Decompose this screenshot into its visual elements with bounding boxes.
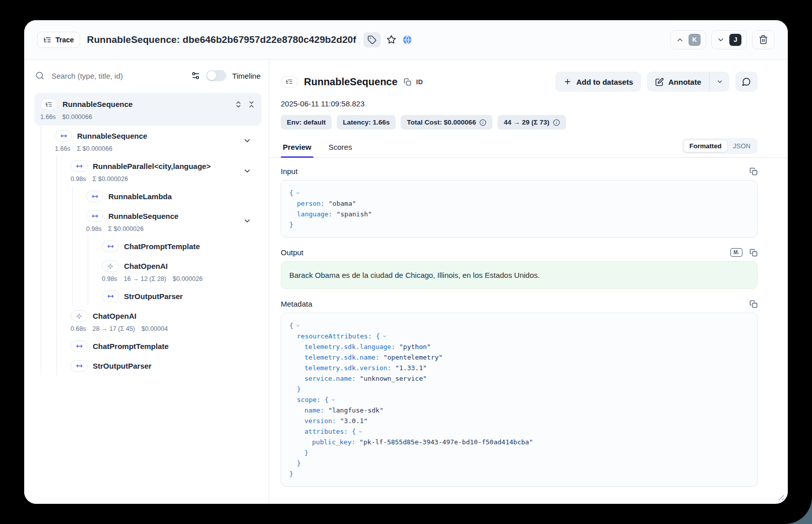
output-section-label: Output bbox=[281, 248, 303, 257]
tree-item-runnable-sequence[interactable]: RunnableSequence 1.66sΣ $0.000066 bbox=[50, 126, 262, 156]
filter-settings-icon[interactable] bbox=[191, 71, 200, 80]
bookmark-star-button[interactable] bbox=[387, 35, 396, 44]
public-share-button[interactable] bbox=[402, 35, 412, 45]
span-icon bbox=[71, 360, 88, 372]
trace-detail-panel: RunnableSequence ID Add to datasets bbox=[269, 60, 788, 504]
tree-item-chat-openai-outer[interactable]: ChatOpenAI 0.68s28 → 17 (Σ 45)$0.00004 bbox=[66, 306, 262, 336]
app-header: Trace RunnableSequence: dbe646b2b67957d2… bbox=[24, 20, 788, 60]
delete-trace-button[interactable] bbox=[752, 30, 775, 49]
span-icon bbox=[55, 130, 72, 142]
tab-scores[interactable]: Scores bbox=[327, 139, 354, 157]
root-duration: 1.66s bbox=[40, 113, 56, 121]
tag-icon bbox=[367, 35, 377, 44]
tree-item-chat-prompt-template-outer[interactable]: ChatPromptTemplate bbox=[66, 336, 262, 356]
avatar-k: K bbox=[689, 34, 701, 46]
star-icon bbox=[387, 35, 396, 44]
markdown-toggle-icon[interactable]: M↓ bbox=[730, 248, 742, 257]
collapse-chevron-icon[interactable] bbox=[295, 191, 300, 196]
observation-sidebar: Timeline RunnableSequence bbox=[24, 60, 269, 504]
tree-level-2: RunnableParallel<city,language> 0.98sΣ $… bbox=[56, 156, 262, 375]
env-badge: Env: default bbox=[281, 115, 332, 130]
tree-root-runnable-sequence[interactable]: RunnableSequence 1.66s $0.000066 bbox=[34, 93, 262, 126]
tree-item-str-output-parser[interactable]: StrOutputParser bbox=[97, 286, 262, 306]
list-tree-icon bbox=[43, 36, 51, 44]
copy-input-icon[interactable] bbox=[749, 167, 758, 176]
trace-type-badge: Trace bbox=[37, 32, 80, 48]
add-to-datasets-button[interactable]: Add to datasets bbox=[555, 72, 641, 92]
annotate-split-button: Annotate bbox=[647, 72, 729, 92]
tag-button[interactable] bbox=[363, 32, 381, 47]
metadata-section-label: Metadata bbox=[281, 300, 313, 308]
collapse-chevron-icon[interactable] bbox=[358, 429, 363, 434]
globe-icon bbox=[402, 35, 412, 45]
info-icon bbox=[553, 119, 560, 126]
span-icon bbox=[71, 160, 88, 172]
trash-icon bbox=[759, 35, 768, 44]
span-icon bbox=[102, 290, 119, 302]
trace-badge-label: Trace bbox=[55, 36, 74, 44]
token-usage-badge[interactable]: 44 → 29 (Σ 73) bbox=[497, 115, 566, 130]
avatar-j: J bbox=[729, 34, 741, 46]
tabs-row: Preview Scores Formatted JSON bbox=[269, 138, 788, 158]
input-json-viewer: { person:"obama" language:"spanish" } bbox=[281, 180, 758, 238]
copy-id-icon[interactable] bbox=[404, 78, 411, 86]
chevron-up-icon bbox=[676, 36, 684, 44]
span-icon bbox=[102, 241, 119, 252]
generation-sparkle-icon bbox=[71, 310, 88, 322]
expand-all-icon[interactable] bbox=[234, 100, 242, 108]
tree-item-runnable-parallel[interactable]: RunnableParallel<city,language> 0.98sΣ $… bbox=[66, 156, 262, 186]
tree-root-label: RunnableSequence bbox=[63, 100, 133, 108]
input-section-label: Input bbox=[281, 167, 297, 176]
span-icon bbox=[86, 191, 103, 202]
plus-icon bbox=[564, 78, 572, 86]
prev-trace-button[interactable]: K bbox=[670, 30, 706, 49]
tree-item-runnable-lambda[interactable]: RunnableLambda bbox=[81, 186, 262, 206]
tree-item-str-output-parser-outer[interactable]: StrOutputParser bbox=[66, 356, 262, 375]
header-right-controls: K J bbox=[670, 30, 775, 49]
collapse-chevron-icon[interactable] bbox=[331, 397, 336, 402]
chevron-down-icon bbox=[717, 36, 725, 44]
resize-handle[interactable] bbox=[778, 495, 784, 501]
trace-node-icon bbox=[40, 98, 57, 110]
chevron-down-icon[interactable] bbox=[243, 217, 252, 225]
tree-item-chat-openai[interactable]: ChatOpenAI 0.98s16 → 12 (Σ 28)$0.000026 bbox=[97, 256, 262, 286]
format-json[interactable]: JSON bbox=[727, 140, 756, 152]
tree-item-runnable-sequence-inner[interactable]: RunnableSequence 0.98sΣ $0.000026 bbox=[81, 206, 262, 236]
tab-preview[interactable]: Preview bbox=[281, 139, 314, 157]
total-cost-badge[interactable]: Total Cost: $0.000066 bbox=[401, 115, 492, 130]
latency-badge: Latency: 1.66s bbox=[337, 115, 396, 130]
tree-level-4: ChatPromptTemplate ChatOpenAI 0.9 bbox=[88, 236, 262, 306]
search-input[interactable] bbox=[50, 71, 185, 81]
copy-metadata-icon[interactable] bbox=[749, 300, 758, 308]
app-main: Timeline RunnableSequence bbox=[24, 60, 788, 504]
tree-item-chat-prompt-template[interactable]: ChatPromptTemplate bbox=[97, 236, 262, 256]
tree-level-1: RunnableSequence 1.66sΣ $0.000066 Runnab… bbox=[41, 126, 262, 375]
annotate-button[interactable]: Annotate bbox=[647, 72, 709, 92]
observation-title: RunnableSequence bbox=[304, 76, 398, 88]
next-trace-button[interactable]: J bbox=[711, 30, 747, 49]
output-text: Barack Obama es de la ciudad de Chicago,… bbox=[289, 271, 540, 279]
format-toggle: Formatted JSON bbox=[682, 138, 758, 154]
main-actions: Add to datasets Annotate bbox=[555, 72, 758, 92]
preview-content: Input { person:"obama" language:"spanish… bbox=[269, 158, 788, 504]
timeline-label: Timeline bbox=[232, 72, 261, 80]
trace-tree: RunnableSequence 1.66s $0.000066 bbox=[34, 93, 262, 504]
chevron-down-icon[interactable] bbox=[243, 137, 252, 145]
comments-button[interactable] bbox=[735, 72, 758, 92]
search-icon bbox=[35, 71, 44, 80]
timeline-toggle[interactable] bbox=[206, 70, 226, 81]
collapse-chevron-icon[interactable] bbox=[295, 323, 300, 328]
annotate-dropdown-chevron[interactable] bbox=[709, 72, 729, 92]
pencil-square-icon bbox=[655, 78, 664, 86]
metadata-json-viewer: { resourceAttributes:{ telemetry.sdk.lan… bbox=[281, 313, 758, 487]
format-formatted[interactable]: Formatted bbox=[683, 140, 728, 152]
id-label: ID bbox=[416, 78, 423, 86]
chevron-down-icon[interactable] bbox=[243, 167, 252, 176]
collapse-chevron-icon[interactable] bbox=[382, 334, 387, 339]
copy-output-icon[interactable] bbox=[749, 249, 758, 257]
root-cost: $0.000066 bbox=[63, 113, 92, 121]
span-icon bbox=[71, 340, 88, 352]
info-icon bbox=[479, 119, 486, 126]
trace-title: RunnableSequence: dbe646b2b67957d22e8780… bbox=[87, 34, 356, 45]
collapse-all-icon[interactable] bbox=[247, 100, 256, 108]
